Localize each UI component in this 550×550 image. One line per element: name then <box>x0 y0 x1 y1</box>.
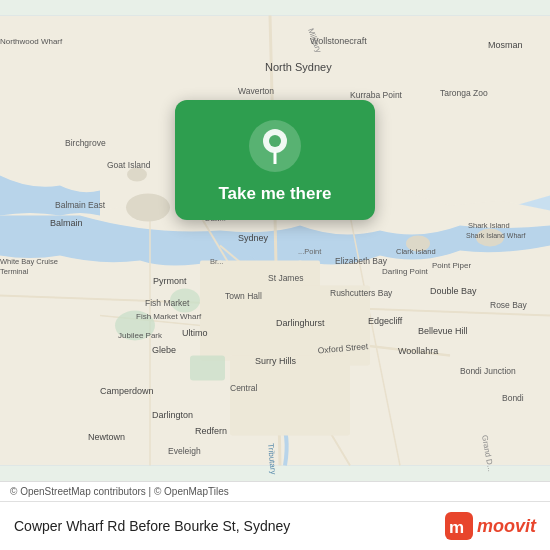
svg-text:Birchgrove: Birchgrove <box>65 138 106 148</box>
svg-text:Sydney: Sydney <box>238 233 269 243</box>
map-container[interactable]: North Sydney Wollstonecraft Waverton Kur… <box>0 0 550 481</box>
svg-text:Mosman: Mosman <box>488 40 523 50</box>
svg-text:Glebe: Glebe <box>152 345 176 355</box>
svg-text:Clark Island: Clark Island <box>396 247 436 256</box>
svg-text:Darlinghurst: Darlinghurst <box>276 318 325 328</box>
svg-text:Shark Island Wharf: Shark Island Wharf <box>466 232 526 239</box>
svg-text:...Point: ...Point <box>298 247 322 256</box>
svg-text:Shark Island: Shark Island <box>468 221 510 230</box>
svg-text:Town Hall: Town Hall <box>225 291 262 301</box>
svg-point-19 <box>126 194 170 222</box>
attribution-text: © OpenStreetMap contributors | © OpenMap… <box>10 486 229 497</box>
svg-text:Goat Island: Goat Island <box>107 160 151 170</box>
svg-text:Ultimo: Ultimo <box>182 328 208 338</box>
svg-text:Rose Bay: Rose Bay <box>490 300 528 310</box>
attribution-bar: © OpenStreetMap contributors | © OpenMap… <box>0 481 550 501</box>
svg-text:White Bay Cruise: White Bay Cruise <box>0 257 58 266</box>
app: North Sydney Wollstonecraft Waverton Kur… <box>0 0 550 550</box>
svg-text:Jubilee Park: Jubilee Park <box>118 331 163 340</box>
svg-text:Tributary: Tributary <box>266 443 278 475</box>
svg-text:Terminal: Terminal <box>0 267 29 276</box>
destination-text: Cowper Wharf Rd Before Bourke St, Sydney <box>14 518 290 534</box>
moovit-logo: m moovit <box>445 512 536 540</box>
svg-text:Woollahra: Woollahra <box>398 346 438 356</box>
take-me-there-card[interactable]: Take me there <box>175 100 375 220</box>
take-me-there-button-label: Take me there <box>218 184 331 204</box>
svg-text:Pyrmont: Pyrmont <box>153 276 187 286</box>
svg-text:Kurraba Point: Kurraba Point <box>350 90 403 100</box>
svg-rect-18 <box>190 356 225 381</box>
location-pin-icon <box>260 128 290 164</box>
svg-text:Fish Market Wharf: Fish Market Wharf <box>136 312 202 321</box>
svg-rect-15 <box>230 356 350 436</box>
svg-text:Redfern: Redfern <box>195 426 227 436</box>
svg-point-22 <box>127 168 147 182</box>
svg-text:Fish Market: Fish Market <box>145 298 190 308</box>
svg-text:Camperdown: Camperdown <box>100 386 154 396</box>
svg-text:Double Bay: Double Bay <box>430 286 477 296</box>
svg-text:Point Piper: Point Piper <box>432 261 471 270</box>
bottom-bar: Cowper Wharf Rd Before Bourke St, Sydney… <box>0 501 550 550</box>
svg-text:Taronga Zoo: Taronga Zoo <box>440 88 488 98</box>
svg-text:Br...: Br... <box>210 257 223 266</box>
svg-text:Northwood Wharf: Northwood Wharf <box>0 37 63 46</box>
svg-text:Surry Hills: Surry Hills <box>255 356 297 366</box>
moovit-brand-text: moovit <box>477 516 536 537</box>
svg-text:North Sydney: North Sydney <box>265 61 332 73</box>
svg-text:Darling Point: Darling Point <box>382 267 429 276</box>
svg-text:Elizabeth Bay: Elizabeth Bay <box>335 256 388 266</box>
svg-text:Edgecliff: Edgecliff <box>368 316 403 326</box>
svg-text:St James: St James <box>268 273 303 283</box>
svg-text:m: m <box>449 518 464 537</box>
svg-text:Central: Central <box>230 383 258 393</box>
pin-icon-circle <box>249 120 301 172</box>
svg-text:Bellevue Hill: Bellevue Hill <box>418 326 468 336</box>
svg-text:Balmain: Balmain <box>50 218 83 228</box>
svg-text:Newtown: Newtown <box>88 432 125 442</box>
svg-text:Eveleigh: Eveleigh <box>168 446 201 456</box>
svg-text:Waverton: Waverton <box>238 86 274 96</box>
svg-text:Darlington: Darlington <box>152 410 193 420</box>
moovit-brand-icon: m <box>445 512 473 540</box>
svg-text:Balmain East: Balmain East <box>55 200 106 210</box>
svg-text:Bondi Junction: Bondi Junction <box>460 366 516 376</box>
svg-text:Rushcutters Bay: Rushcutters Bay <box>330 288 393 298</box>
svg-text:Bondi: Bondi <box>502 393 524 403</box>
